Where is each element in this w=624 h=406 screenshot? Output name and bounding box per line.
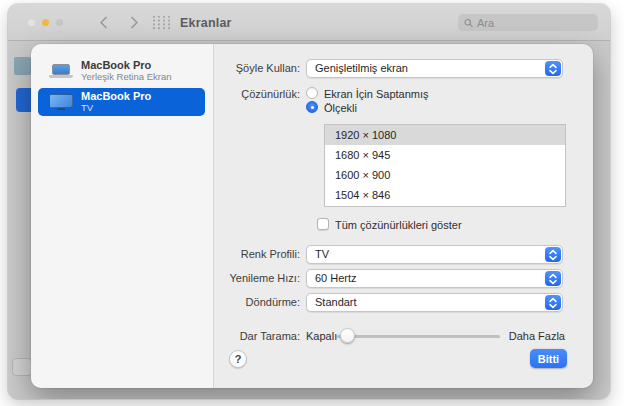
display-subtitle: TV <box>81 103 151 114</box>
use-as-label: Şöyle Kullan: <box>214 62 300 74</box>
zoom-button[interactable] <box>56 19 63 26</box>
sidebar-item-builtin-display[interactable]: MacBook Pro Yerleşik Retina Ekran <box>38 57 205 85</box>
popup-stepper-icon <box>545 247 561 262</box>
display-settings-dialog: MacBook Pro Yerleşik Retina Ekran MacBoo… <box>31 44 593 388</box>
resolution-list: 1920 × 1080 1680 × 945 1600 × 900 1504 ×… <box>324 124 566 207</box>
laptop-icon <box>49 63 73 79</box>
resolution-row[interactable]: 1920 × 1080 <box>325 125 565 145</box>
underscan-slider-thumb[interactable] <box>340 328 355 343</box>
use-as-popup[interactable]: Genişletilmiş ekran <box>306 59 563 78</box>
search-icon <box>464 18 473 28</box>
color-profile-value: TV <box>315 246 329 263</box>
refresh-rate-value: 60 Hertz <box>315 270 357 287</box>
refresh-rate-popup[interactable]: 60 Hertz <box>306 269 563 288</box>
help-button[interactable]: ? <box>229 350 247 368</box>
popup-stepper-icon <box>545 295 561 310</box>
displays-preferences-window: Ekranlar MacBook Pro Yerleşik Retina Ekr… <box>8 4 610 399</box>
close-button[interactable] <box>28 19 35 26</box>
traffic-lights <box>28 4 63 41</box>
refresh-rate-label: Yenileme Hızı: <box>214 272 300 284</box>
resolution-row[interactable]: 1680 × 945 <box>325 145 565 165</box>
rotation-popup[interactable]: Standart <box>306 293 563 312</box>
window-title: Ekranlar <box>180 4 232 41</box>
search-field[interactable] <box>458 14 598 31</box>
chevron-right-icon <box>130 16 139 29</box>
radio-scaled[interactable] <box>306 101 318 113</box>
display-settings-form: Şöyle Kullan: Genişletilmiş ekran Çözünü… <box>214 44 593 388</box>
underscan-max-label: Daha Fazla <box>509 330 565 342</box>
color-profile-popup[interactable]: TV <box>306 245 563 264</box>
search-input[interactable] <box>477 17 592 29</box>
use-as-value: Genişletilmiş ekran <box>315 60 408 77</box>
background-selected-row-fragment <box>16 88 32 112</box>
radio-default-for-display[interactable] <box>306 87 318 99</box>
resolution-row[interactable]: 1504 × 846 <box>325 185 565 205</box>
background-display-thumbnail <box>14 57 31 75</box>
display-list-sidebar: MacBook Pro Yerleşik Retina Ekran MacBoo… <box>31 44 214 388</box>
grid-icon <box>152 15 171 30</box>
resolution-label: Çözünürlük: <box>214 88 300 100</box>
show-all-resolutions-label[interactable]: Tüm çözünürlükleri göster <box>335 219 462 231</box>
display-title: MacBook Pro <box>81 59 171 72</box>
show-all-resolutions-checkbox[interactable] <box>317 218 329 230</box>
show-all-preferences-button[interactable] <box>152 15 171 34</box>
popup-stepper-icon <box>545 271 561 286</box>
chevron-left-icon <box>99 16 108 29</box>
background-button-fragment <box>12 358 32 376</box>
underscan-label: Dar Tarama: <box>214 330 300 342</box>
tv-icon <box>49 94 73 111</box>
radio-scaled-label[interactable]: Ölçekli <box>324 102 357 114</box>
back-button[interactable] <box>93 12 113 33</box>
display-title: MacBook Pro <box>81 90 151 103</box>
resolution-row[interactable]: 1600 × 900 <box>325 165 565 185</box>
display-subtitle: Yerleşik Retina Ekran <box>81 72 171 83</box>
rotation-value: Standart <box>315 294 357 311</box>
underscan-slider-track[interactable] <box>337 335 500 338</box>
minimize-button[interactable] <box>42 19 49 26</box>
toolbar: Ekranlar <box>8 4 610 41</box>
done-button[interactable]: Bitti <box>530 349 567 368</box>
radio-default-label[interactable]: Ekran İçin Saptanmış <box>324 88 429 100</box>
popup-stepper-icon <box>545 61 561 76</box>
sidebar-item-tv-display[interactable]: MacBook Pro TV <box>38 88 205 116</box>
underscan-min-label: Kapalı <box>306 330 337 342</box>
rotation-label: Döndürme: <box>214 296 300 308</box>
color-profile-label: Renk Profili: <box>214 248 300 260</box>
forward-button[interactable] <box>124 12 144 33</box>
